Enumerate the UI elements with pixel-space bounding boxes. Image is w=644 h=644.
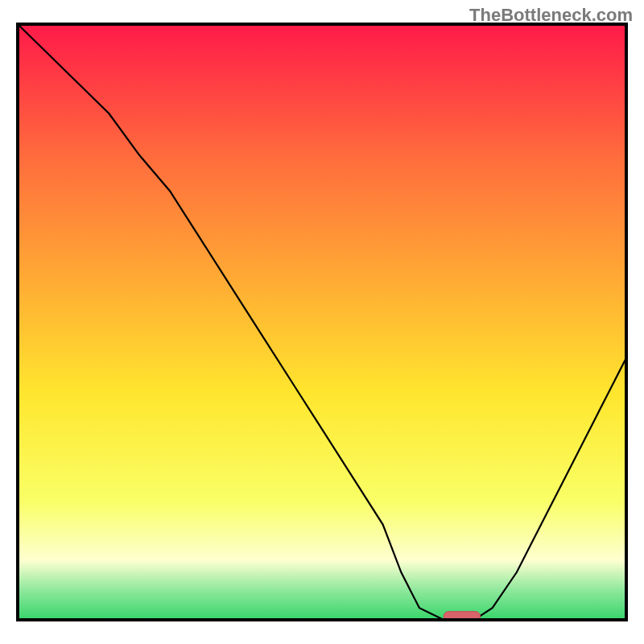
plot-area: [18, 24, 626, 621]
bottleneck-chart: [0, 0, 644, 644]
chart-container: TheBottleneck.com: [0, 0, 644, 644]
watermark-text: TheBottleneck.com: [469, 5, 633, 26]
